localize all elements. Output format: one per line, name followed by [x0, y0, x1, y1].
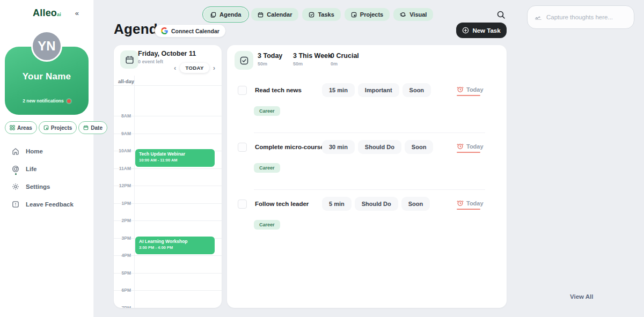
tab-visual[interactable]: Visual	[393, 8, 433, 21]
calendar-event[interactable]: AI Learning Workshop 3:00 PM - 4:00 PM	[135, 237, 215, 254]
tag-career[interactable]: Career	[254, 106, 280, 116]
task-title[interactable]: Complete micro-course	[255, 144, 324, 150]
view-all-link[interactable]: View All	[570, 293, 593, 300]
capture-thoughts-input[interactable]	[546, 14, 627, 20]
tasks-panel: 3 Today 50m 3 This Week 50m 0 Crucial 0m…	[227, 45, 507, 308]
projects-button[interactable]: Projects	[39, 121, 77, 134]
task-title[interactable]: Follow tech leader	[255, 201, 309, 207]
planet-icon	[400, 11, 406, 18]
divider	[254, 189, 485, 190]
hour-label: 7PM	[114, 305, 131, 308]
new-task-button[interactable]: New Task	[456, 23, 507, 38]
hour-label: 4PM	[114, 253, 131, 258]
duration-pill[interactable]: 15 min	[322, 83, 355, 97]
due-indicator[interactable]: Today	[457, 200, 484, 207]
check-square-icon	[309, 12, 314, 18]
hour-label: 3PM	[114, 235, 131, 241]
sidebar-item-home[interactable]: Home	[12, 143, 74, 160]
tab-tasks[interactable]: Tasks	[302, 8, 340, 21]
task-row: Read tech news 15 min Important Soon Tod…	[227, 86, 507, 139]
life-label: Life	[26, 166, 36, 172]
due-underline	[457, 152, 480, 153]
urgency-pill[interactable]: Soon	[405, 140, 434, 154]
google-icon	[161, 27, 168, 34]
collapse-sidebar-icon[interactable]: «	[75, 9, 79, 17]
hour-label: 6PM	[114, 287, 131, 293]
plus-circle-icon	[462, 27, 469, 34]
task-checkbox[interactable]	[238, 143, 247, 152]
calendar-date-title: Friday, October 11	[138, 50, 196, 57]
due-label: Today	[466, 143, 484, 150]
duration-pill[interactable]: 5 min	[322, 197, 352, 211]
urgency-pill[interactable]: Soon	[401, 197, 430, 211]
event-time: 3:00 PM - 4:00 PM	[139, 245, 211, 250]
hour-label: 5PM	[114, 270, 131, 276]
logo-text: Alleo	[33, 8, 57, 18]
connect-calendar-button[interactable]: Connect Calendar	[155, 24, 226, 38]
logo-suffix: ai	[57, 12, 61, 17]
agenda-icon	[210, 12, 216, 18]
logo: Alleoai «	[0, 8, 94, 19]
priority-pill[interactable]: Should Do	[358, 140, 401, 154]
tab-projects[interactable]: Projects	[345, 8, 390, 21]
search-icon[interactable]	[496, 10, 506, 20]
hour-label: 9AM	[114, 131, 131, 136]
stat-crucial: 0 Crucial 0m	[331, 52, 359, 67]
priority-pill[interactable]: Should Do	[355, 197, 398, 211]
task-checkbox[interactable]	[238, 200, 247, 209]
projects-icon	[43, 125, 49, 130]
time-grid[interactable]: all-day 8AM 9AM 10AM 11AM 12PM 1PM 2PM 3…	[114, 76, 222, 308]
avatar[interactable]: YN	[31, 31, 62, 62]
hour-label: 10AM	[114, 148, 131, 153]
sidebar-item-life[interactable]: Life	[12, 160, 74, 178]
due-label: Today	[466, 86, 484, 93]
date-button[interactable]: Date	[78, 121, 107, 134]
all-day-label: all-day	[118, 78, 134, 84]
hour-label: 11AM	[114, 166, 131, 171]
tab-agenda[interactable]: Agenda	[204, 8, 247, 21]
task-row: Follow tech leader 5 min Should Do Soon …	[227, 200, 507, 253]
areas-button[interactable]: Areas	[5, 121, 37, 134]
notifications-label[interactable]: 2 new notifications	[23, 98, 64, 104]
due-underline	[457, 95, 480, 96]
calendar-panel: Friday, October 11 0 event left ‹ TODAY …	[114, 45, 222, 308]
tag-career[interactable]: Career	[254, 220, 280, 230]
next-day-icon[interactable]: ›	[213, 64, 215, 71]
event-title: AI Learning Workshop	[139, 239, 211, 244]
sidebar-filters: Areas Projects Date	[5, 121, 107, 134]
home-icon	[12, 148, 19, 155]
event-title: Tech Update Webinar	[139, 151, 211, 157]
tasks-icon	[235, 51, 253, 70]
due-label: Today	[466, 200, 484, 207]
new-task-label: New Task	[472, 27, 500, 34]
alarm-icon	[457, 200, 464, 207]
calendar-event[interactable]: Tech Update Webinar 10:00 AM - 11:00 AM	[135, 149, 215, 167]
stat-this-week: 3 This Week 50m	[293, 52, 332, 67]
notification-dot-icon	[67, 99, 71, 103]
task-title[interactable]: Read tech news	[255, 87, 302, 93]
priority-pill[interactable]: Important	[358, 83, 399, 97]
prev-day-icon[interactable]: ‹	[174, 64, 176, 71]
tab-agenda-label: Agenda	[219, 11, 241, 18]
task-checkbox[interactable]	[238, 86, 247, 95]
calendar-icon	[120, 50, 138, 69]
capture-thoughts-box[interactable]	[527, 5, 634, 29]
today-button[interactable]: TODAY	[180, 63, 209, 73]
urgency-pill[interactable]: Soon	[402, 83, 431, 97]
connect-calendar-label: Connect Calendar	[171, 28, 219, 34]
due-indicator[interactable]: Today	[457, 86, 484, 93]
due-indicator[interactable]: Today	[457, 143, 484, 150]
settings-label: Settings	[26, 183, 50, 190]
stat-count: 0 Crucial	[331, 52, 359, 60]
tag-career[interactable]: Career	[254, 163, 280, 173]
hour-label: 2PM	[114, 218, 131, 223]
tab-calendar-label: Calendar	[267, 11, 292, 18]
target-icon	[12, 165, 19, 173]
duration-pill[interactable]: 30 min	[322, 140, 355, 154]
sidebar-item-feedback[interactable]: Leave Feedback	[12, 196, 74, 213]
tab-calendar[interactable]: Calendar	[251, 8, 298, 21]
divider	[254, 132, 485, 133]
sidebar-item-settings[interactable]: Settings	[12, 178, 74, 195]
main-tabs: Agenda Calendar Tasks Projects Visual	[204, 8, 433, 21]
divider	[114, 85, 222, 86]
